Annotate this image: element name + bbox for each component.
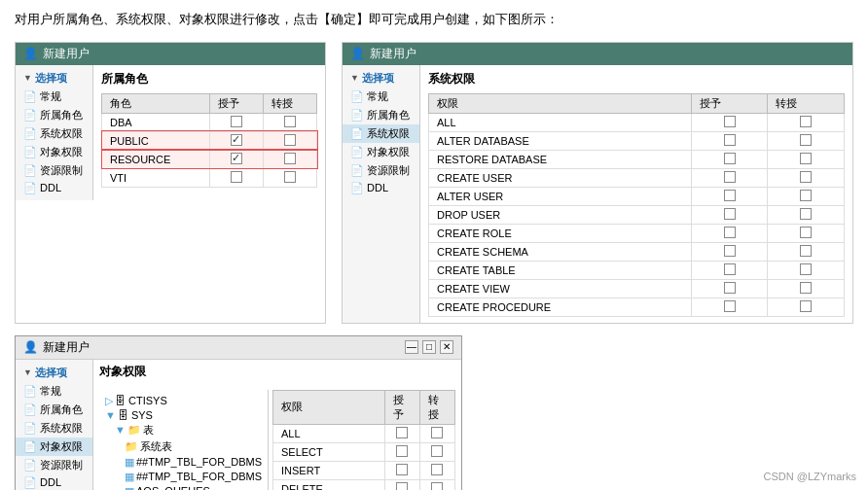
sidebar-item-ddl2[interactable]: 📄 DDL [343, 180, 419, 196]
checkbox[interactable] [396, 445, 408, 457]
sidebar-select-label3[interactable]: ▼ 选择项 [16, 364, 92, 382]
checkbox[interactable] [800, 227, 812, 238]
checkbox[interactable] [431, 464, 443, 475]
checkbox[interactable] [724, 245, 736, 257]
panel-sysperm-main: 系统权限 权限 授予 转授 ALL [420, 65, 852, 323]
tree-item-table[interactable]: ▼ 📁 表 [99, 422, 268, 438]
checkbox[interactable] [431, 482, 443, 490]
table-row[interactable]: ALTER USER [429, 187, 845, 205]
sidebar-item-reslimit3[interactable]: 📄 资源限制 [16, 456, 92, 474]
checkbox[interactable] [800, 116, 812, 127]
tree-item-label: 🗄 CTISYS [115, 395, 167, 406]
table-row[interactable]: PUBLIC [102, 131, 317, 150]
checkbox[interactable] [800, 282, 812, 294]
checkbox[interactable] [724, 116, 736, 127]
sidebar-item-normal3[interactable]: 📄 常规 [16, 382, 92, 401]
checkbox[interactable] [800, 245, 812, 257]
checkbox[interactable] [724, 263, 736, 275]
checkbox[interactable] [724, 208, 736, 220]
checkbox[interactable] [800, 153, 812, 164]
checkbox[interactable] [800, 300, 812, 312]
tree-folder-icon: 📁 [127, 424, 141, 437]
table-row[interactable]: CREATE SCHEMA [429, 242, 845, 261]
maximize-button[interactable]: □ [422, 340, 436, 354]
checkbox[interactable] [396, 427, 408, 438]
sidebar-item-objperm2[interactable]: 📄 对象权限 [343, 143, 419, 161]
checkbox[interactable] [284, 134, 296, 146]
table-row[interactable]: RESOURCE [102, 150, 317, 168]
table-row[interactable]: ALTER DATABASE [429, 131, 845, 150]
table-row[interactable]: CREATE PROCEDURE [429, 298, 845, 316]
tree-item-sys[interactable]: ▼ 🗄 SYS [99, 408, 268, 422]
sidebar-item-role2[interactable]: 📄 所属角色 [343, 106, 419, 124]
table-row[interactable]: CREATE USER [429, 168, 845, 187]
checkbox[interactable] [800, 190, 812, 201]
checkbox-checked[interactable] [231, 153, 242, 164]
checkbox[interactable] [724, 300, 736, 312]
table-row[interactable]: CREATE TABLE [429, 261, 845, 279]
sidebar-item-sysperm2[interactable]: 📄 系统权限 [343, 124, 419, 143]
checkbox[interactable] [800, 263, 812, 275]
checkbox[interactable] [431, 445, 443, 457]
col-grant: 授予 [210, 93, 264, 113]
col-transfer: 转授 [264, 93, 317, 113]
table-row[interactable]: ALL [429, 113, 845, 131]
checkbox[interactable] [724, 171, 736, 183]
table-row[interactable]: CREATE VIEW [429, 279, 845, 298]
tree-item-ctisys[interactable]: ▷ 🗄 CTISYS [99, 394, 268, 408]
sidebar-item-ddl1[interactable]: 📄 DDL [16, 180, 92, 196]
checkbox-checked[interactable] [231, 134, 242, 146]
checkbox[interactable] [431, 427, 443, 438]
sidebar-select-label[interactable]: ▼ 选择项 [16, 69, 92, 88]
sidebar-item-sysperm1[interactable]: 📄 系统权限 [16, 124, 92, 143]
checkbox[interactable] [231, 171, 242, 183]
checkbox[interactable] [724, 227, 736, 238]
panel-role: 👤 新建用户 ▼ 选择项 📄 常规 📄 所属角色 📄 系统权 [15, 42, 326, 324]
sidebar-item-reslimit2[interactable]: 📄 资源限制 [343, 161, 419, 180]
checkbox[interactable] [396, 482, 408, 490]
checkbox[interactable] [724, 190, 736, 201]
sidebar-select-label2[interactable]: ▼ 选择项 [343, 69, 419, 88]
tree-item-tmp2[interactable]: ▦ ##TMP_TBL_FOR_DBMS [99, 470, 268, 484]
sidebar-item-sysperm3[interactable]: 📄 系统权限 [16, 419, 92, 438]
checkbox[interactable] [231, 116, 242, 127]
close-button[interactable]: ✕ [440, 340, 453, 354]
sidebar-item-objperm1[interactable]: 📄 对象权限 [16, 143, 92, 161]
table-row[interactable]: RESTORE DATABASE [429, 150, 845, 168]
sidebar-item-role3[interactable]: 📄 所属角色 [16, 401, 92, 419]
table-row[interactable]: DBA [102, 113, 317, 131]
minimize-button[interactable]: — [405, 340, 418, 354]
checkbox[interactable] [800, 208, 812, 220]
sidebar-item-normal1[interactable]: 📄 常规 [16, 88, 92, 106]
tree-item-label: AQS_QUEUES [136, 485, 210, 490]
checkbox[interactable] [284, 116, 296, 127]
checkbox[interactable] [800, 171, 812, 183]
sidebar-item-normal2[interactable]: 📄 常规 [343, 88, 419, 106]
tree-item-tmp1[interactable]: ▦ ##TMP_TBL_FOR_DBMS [99, 455, 268, 470]
section-title-objperm: 对象权限 [99, 364, 455, 380]
table-row[interactable]: INSERT [272, 461, 454, 479]
tree-item-aqs-queues[interactable]: ▦ AQS_QUEUES [99, 484, 268, 490]
objperm-table-area: 权限 授予 转授 ALL [272, 390, 455, 490]
panel-sysperm-titlebar: 👤 新建用户 [343, 43, 852, 65]
checkbox[interactable] [724, 134, 736, 146]
user-icon3: 👤 [23, 340, 38, 354]
checkbox[interactable] [724, 153, 736, 164]
sidebar-item-ddl3[interactable]: 📄 DDL [16, 474, 92, 490]
table-row[interactable]: DROP USER [429, 205, 845, 224]
sidebar-item-reslimit1[interactable]: 📄 资源限制 [16, 161, 92, 180]
db-icon: ▷ [105, 395, 113, 407]
checkbox[interactable] [724, 282, 736, 294]
checkbox[interactable] [800, 134, 812, 146]
table-row[interactable]: CREATE ROLE [429, 224, 845, 242]
table-row[interactable]: ALL [272, 424, 454, 442]
sidebar-item-role1[interactable]: 📄 所属角色 [16, 106, 92, 124]
table-row[interactable]: SELECT [272, 442, 454, 461]
checkbox[interactable] [284, 153, 296, 164]
table-row[interactable]: VTI [102, 168, 317, 187]
checkbox[interactable] [396, 464, 408, 475]
checkbox[interactable] [284, 171, 296, 183]
tree-item-systable[interactable]: 📁 系统表 [99, 438, 268, 455]
sidebar-item-objperm3[interactable]: 📄 对象权限 [16, 438, 92, 456]
table-row[interactable]: DELETE [272, 479, 454, 490]
